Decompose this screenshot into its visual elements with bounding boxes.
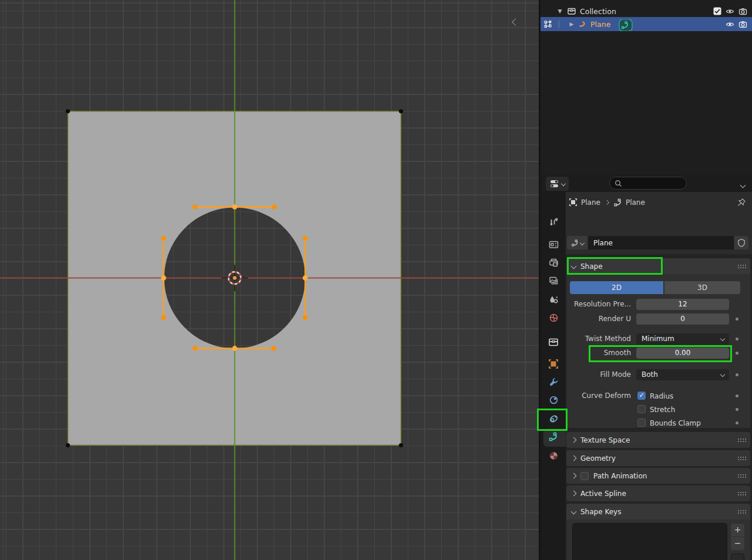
viewport-scene <box>0 0 539 560</box>
scene-icon <box>549 295 559 305</box>
2d-button[interactable]: 2D <box>570 281 663 294</box>
texture-space-panel[interactable]: Texture Space <box>566 432 750 448</box>
panel-grip[interactable] <box>737 474 746 478</box>
active-spline-panel[interactable]: Active Spline <box>566 485 750 501</box>
panel-collapsed-icon <box>571 456 577 461</box>
outliner-row-collection[interactable]: ▼ Collection <box>540 4 752 18</box>
pin-icon[interactable] <box>737 198 746 207</box>
camera-icon[interactable] <box>738 7 747 16</box>
panel-collapsed-icon <box>571 491 577 497</box>
breadcrumb-data[interactable]: Plane <box>626 198 645 207</box>
eye-icon[interactable] <box>726 20 734 29</box>
data-name-field[interactable]: Plane <box>588 236 734 249</box>
resolution-field[interactable]: 12 <box>636 299 729 310</box>
search-icon <box>615 180 622 187</box>
animate-decorator[interactable] <box>736 394 738 397</box>
outliner-row-plane[interactable]: | ▶ Plane <box>540 17 752 31</box>
bounds-clamp-label: Bounds Clamp <box>650 419 701 427</box>
shape-panel-header[interactable]: Shape <box>566 258 750 274</box>
editor-type-button[interactable] <box>546 177 569 191</box>
tab-modifiers[interactable] <box>548 376 559 387</box>
fill-mode-label: Fill Mode <box>566 370 631 379</box>
outliner[interactable]: ▼ Collection | ▶ <box>540 0 752 174</box>
collection-label[interactable]: Collection <box>580 7 616 16</box>
panel-expanded-icon <box>571 264 577 269</box>
blender-window: ▼ Collection | ▶ <box>0 0 752 560</box>
3d-viewport[interactable] <box>0 0 539 560</box>
collapse-triangle-icon[interactable]: ▼ <box>556 8 563 14</box>
panel-grip[interactable] <box>737 438 746 442</box>
tab-collection[interactable] <box>548 336 559 348</box>
search-input[interactable] <box>622 178 683 188</box>
curve-deform-label: Curve Deform <box>566 392 631 400</box>
selectable-checkbox[interactable] <box>713 7 721 15</box>
tab-output[interactable] <box>548 257 559 268</box>
3d-button[interactable]: 3D <box>664 281 740 294</box>
tab-scene[interactable] <box>548 294 559 305</box>
tab-tool[interactable] <box>548 215 559 227</box>
wrench-icon <box>549 377 559 387</box>
smooth-slider[interactable]: 0.00 <box>636 348 729 359</box>
plane-label[interactable]: Plane <box>590 20 610 29</box>
tab-constraints[interactable] <box>548 413 559 424</box>
render-u-row: Render U 0 <box>566 313 750 325</box>
geometry-panel[interactable]: Geometry <box>566 450 750 466</box>
animate-decorator[interactable] <box>736 421 738 424</box>
tab-object[interactable] <box>548 358 559 370</box>
animate-decorator[interactable] <box>736 352 738 355</box>
shape-panel-title: Shape <box>580 262 603 271</box>
shape-keys-list[interactable]: ▶ <box>572 523 727 560</box>
panel-grip[interactable] <box>737 456 746 460</box>
radius-checkbox[interactable]: ✓ <box>637 392 646 400</box>
render-u-label: Render U <box>566 315 631 323</box>
animate-decorator[interactable] <box>736 318 738 321</box>
curve-deform-row: Curve Deform ✓ Radius <box>566 390 750 402</box>
chevron-down-icon <box>579 240 584 245</box>
id-type-button[interactable] <box>567 236 588 249</box>
animate-decorator[interactable] <box>736 408 738 411</box>
panel-grip[interactable] <box>737 491 746 495</box>
active-spline-title: Active Spline <box>580 490 626 498</box>
bounds-clamp-row: Bounds Clamp <box>566 417 750 429</box>
eye-icon[interactable] <box>726 7 734 16</box>
panel-grip[interactable] <box>737 510 746 514</box>
collection-icon <box>567 6 576 16</box>
panel-grip[interactable] <box>737 264 746 268</box>
fill-mode-dropdown[interactable]: Both <box>636 369 729 380</box>
tab-world[interactable] <box>548 312 559 323</box>
render-u-field[interactable]: 0 <box>636 313 729 325</box>
stretch-checkbox[interactable] <box>637 405 646 413</box>
sidebar-collapse-arrow[interactable] <box>510 15 521 28</box>
animate-decorator[interactable] <box>736 373 738 376</box>
path-animation-checkbox[interactable] <box>580 472 589 480</box>
search-box[interactable] <box>609 177 687 190</box>
path-animation-title: Path Animation <box>593 472 647 480</box>
remove-shape-key-button[interactable]: − <box>731 537 744 550</box>
shape-key-specials-button[interactable] <box>731 554 744 560</box>
tab-physics[interactable] <box>548 394 559 406</box>
properties-tab-strip <box>540 192 566 560</box>
curve-icon <box>613 198 623 207</box>
texture-space-title: Texture Space <box>580 436 630 444</box>
breadcrumb-object[interactable]: Plane <box>581 198 600 207</box>
chevron-down-icon <box>560 181 565 186</box>
bounds-clamp-checkbox[interactable] <box>637 419 646 427</box>
add-shape-key-button[interactable]: + <box>731 524 744 537</box>
tab-object-data[interactable] <box>548 431 559 443</box>
shape-keys-panel-header[interactable]: Shape Keys <box>566 504 750 519</box>
twist-method-dropdown[interactable]: Minimum <box>636 333 729 345</box>
expand-triangle-icon[interactable]: ▶ <box>568 21 575 27</box>
shape-keys-title: Shape Keys <box>580 508 621 516</box>
fake-user-button[interactable] <box>734 236 748 249</box>
path-animation-panel[interactable]: Path Animation <box>566 468 750 484</box>
chevron-down-icon <box>720 372 725 377</box>
camera-icon[interactable] <box>738 20 747 29</box>
animate-decorator[interactable] <box>736 338 738 340</box>
right-column: ▼ Collection | ▶ <box>539 0 752 560</box>
id-name-row: Plane <box>567 236 748 249</box>
tab-material[interactable] <box>548 450 559 461</box>
tab-render[interactable] <box>548 238 559 250</box>
header-menu-chevron[interactable] <box>741 181 745 189</box>
shield-icon <box>737 238 746 247</box>
tab-view-layer[interactable] <box>548 275 559 286</box>
